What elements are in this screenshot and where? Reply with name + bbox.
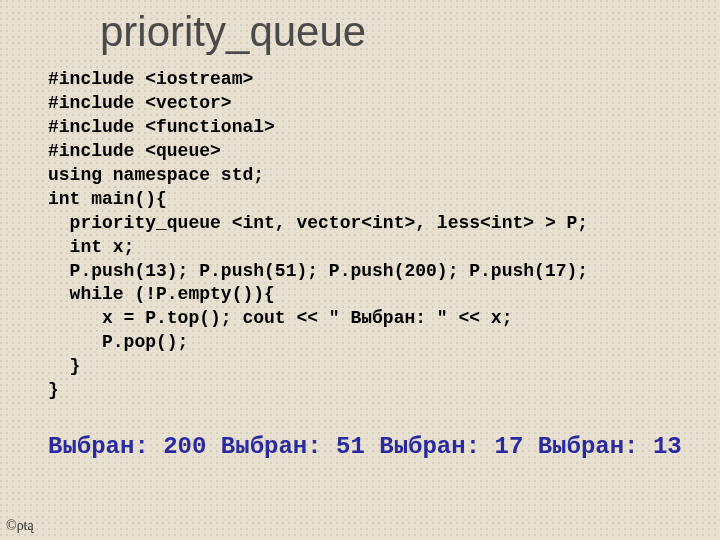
page-title: priority_queue: [0, 0, 720, 68]
output-line: Выбран: 200 Выбран: 51 Выбран: 17 Выбран…: [0, 403, 720, 460]
slide: priority_queue #include <iostream> #incl…: [0, 0, 720, 540]
code-block: #include <iostream> #include <vector> #i…: [0, 68, 720, 403]
footer-mark: ©ρŧą: [6, 518, 34, 534]
